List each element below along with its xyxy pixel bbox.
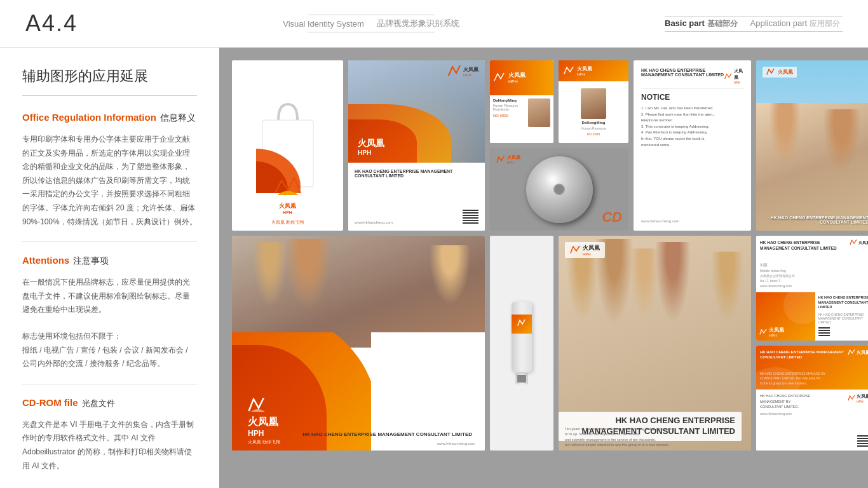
section-cdrom: CD-ROM file 光盘文件 光盘文件是本 VI 手册电子文件的集合，内含手… <box>22 397 197 473</box>
card2-website: www.hkhaocheng.com <box>760 412 831 416</box>
divider-2 <box>22 384 197 384</box>
pres-website: www.hkhaocheng.com <box>437 442 475 445</box>
header-title-cn: 品牌视觉形象识别系统 <box>377 18 459 29</box>
card2-qr <box>857 434 868 447</box>
letter-title: NOTICE <box>641 93 743 102</box>
showcase-grid: 火凤凰 HPH 火凤凰 助你飞翔 火凤凰 HP <box>232 60 855 475</box>
photo-logo-icon <box>766 69 775 76</box>
main-content: 辅助图形的应用延展 Office Regulation Information … <box>0 48 868 488</box>
brochure-top-en: HPH <box>463 73 478 77</box>
nav-basic: Basic part 基础部分 <box>665 18 738 29</box>
idcard-logo-icon <box>494 73 505 82</box>
section1-title-en: Office Regulation Information <box>22 112 156 123</box>
pres-brand-en: HPH <box>248 429 278 438</box>
section-attentions: Attentions 注意事项 在一般情况下使用品牌标志，应尽量使用提供的光盘电… <box>22 255 197 371</box>
page-id: A4.4 <box>25 10 78 37</box>
section3-body: 光盘文件是本 VI 手册电子文件的集合，内含手册制作时的专用软件格式文件。其中 … <box>22 418 197 473</box>
section2-body1: 在一般情况下使用品牌标志，应尽量使用提供的光盘电子文件，不建议使用标准制图绘制标… <box>22 276 197 317</box>
brochure-top-cn: 火凤凰 <box>463 66 478 73</box>
section1-body: 专用印刷字体和专用办公字体主要应用于企业文献的正文及实务用品，所选定的字体用以实… <box>22 133 197 229</box>
card2-logo-icon <box>848 349 855 356</box>
section2-body2: 标志使用环境包括但不限于： 报纸 / 电视广告 / 宣传 / 包装 / 会议 /… <box>22 330 197 371</box>
group-description: Ten years of, the investment of time, ma… <box>565 426 674 447</box>
card2-company-top: HK HAO CHENG ENTERPRISE MANAGEMENT CONSU… <box>760 349 848 360</box>
letter-logo-icon <box>724 72 731 81</box>
pres-tagline: 火凤凰 助你飞翔 <box>248 439 280 445</box>
pres-brand-cn: 火凤凰 <box>248 416 278 429</box>
card-top-website: www.hkhaocheng.com <box>760 284 868 288</box>
group-brand-cn: 火凤凰 <box>583 244 600 252</box>
idcard-brand-en: HPH <box>508 79 526 84</box>
section2-title-cn: 注意事项 <box>73 255 109 267</box>
brochure-website: www.hkhaocheng.com <box>355 220 393 224</box>
item-idcard: 火凤凰 HPH DaHongMing Human Resource Practi… <box>490 60 553 143</box>
bag-tagline: 火凤凰 助你飞翔 <box>271 219 304 226</box>
badge-brand-en: HPH <box>577 72 592 76</box>
pres-company: HK HAO CHENG ENTERPRISE MANAGEMENT CONSU… <box>302 431 472 438</box>
card-top-company2: 火凤凰企业管理有限公司 <box>760 274 868 278</box>
badge-title: Human Resource <box>581 126 606 130</box>
badge-name: DaHongMing <box>582 121 606 125</box>
item-letter: HK HAO CHENG ENTERPRISE MANAGEMENT CONSU… <box>634 60 751 231</box>
brochure-brand-en: HPH <box>358 149 384 156</box>
card2-right-logo-icon <box>848 395 855 402</box>
letter-body: 1. I am Ms. Hal. who has been transferre… <box>641 105 743 148</box>
header-left: A4.4 <box>25 10 78 37</box>
group-logo-icon <box>570 246 580 254</box>
bag-brand-en: HPH <box>272 210 304 215</box>
item-right-card-bottom: HK HAO CHENG ENTERPRISE MANAGEMENT CONSU… <box>756 346 868 451</box>
card-bot-brand-en: HPH <box>769 334 784 337</box>
pres-logo-icon <box>248 398 267 413</box>
section2-title-en: Attentions <box>22 255 69 266</box>
divider-1 <box>22 241 197 242</box>
item-group-photo: 火凤凰 HPH HK HAO CHENG ENTERPRISE MANAGEME… <box>559 236 751 451</box>
card-bot-detail: HK HAO CHENG ENTERPRISEMANAGEMENT CONSUL… <box>818 313 869 324</box>
card2-right-brand-cn: 火凤凰 <box>857 393 868 400</box>
brochure-company: HK HAO CHENG ENTERPRISE MANAGEMENT CONSU… <box>355 169 478 178</box>
idcard-brand-cn: 火凤凰 <box>508 71 526 79</box>
group-brand-en: HPH <box>583 252 600 256</box>
card-top-person: 刘童 <box>760 263 868 268</box>
section3-title-cn: 光盘文件 <box>82 398 115 409</box>
item-cd: CD 火凤凰 HPH <box>490 148 628 231</box>
card-top-mobile: Mobile: testos frog <box>760 269 868 273</box>
cd-brand-cn: 火凤凰 <box>507 154 520 161</box>
letter-brand-en: HPH <box>734 81 743 85</box>
bag-logo-icon <box>272 177 304 200</box>
main-title: 辅助图形的应用延展 <box>22 67 197 96</box>
item-presentation: 火凤凰 HPH HK HAO CHENG ENTERPRISE MANAGEME… <box>232 236 485 451</box>
bag-brand-cn: 火凤凰 <box>272 202 304 210</box>
card-bot-brand-cn: 火凤凰 <box>769 327 784 334</box>
nav-application: Application part 应用部分 <box>750 18 840 29</box>
card-bot-logo-icon <box>759 329 767 336</box>
card-bot-qr <box>818 326 830 337</box>
badge-logo-icon <box>564 67 574 75</box>
item-usb <box>490 236 553 451</box>
cd-label: CD <box>602 209 622 226</box>
badge-no: NO.0009 <box>587 132 600 136</box>
card-bot-company: HK HAO CHENG ENTERPRISE MANAGEMENT CONSU… <box>818 295 869 310</box>
letter-brand-cn: 火凤凰 <box>734 68 743 81</box>
header-right: Basic part 基础部分 Application part 应用部分 <box>665 16 843 32</box>
item-right-card-top: HK HAO CHENG ENTERPRISE MANAGEMENT CONSU… <box>756 236 868 341</box>
letter-company: HK HAO CHENG ENTERPRISE MANAGEMENT CONSU… <box>641 68 724 77</box>
header-center: Visual Identity System 品牌视觉形象识别系统 <box>283 15 459 32</box>
usb-logo-icon <box>517 320 526 327</box>
card-top-brand-cn: 火凤凰 <box>858 240 868 246</box>
brochure-qr <box>463 208 478 224</box>
card-top-logo-icon <box>850 240 857 246</box>
cd-logo-icon <box>496 156 505 163</box>
brochure-brand-cn: 火凤凰 <box>358 138 384 149</box>
cd-brand-en: HPH <box>507 161 520 165</box>
item-shopping-bag: 火凤凰 HPH 火凤凰 助你飞翔 <box>232 60 343 231</box>
item-name-badge: 火凤凰 HPH DaHongMing Human Resource NO.000… <box>559 60 628 143</box>
letter-website: www.hkhaocheng.com <box>641 219 743 223</box>
badge-brand-cn: 火凤凰 <box>577 65 592 72</box>
card2-brand-cn: 火凤凰 <box>857 349 868 356</box>
item-photo-banner: 火凤凰 HK HAO CHENG ENTERPRISE MANAGEMENT C… <box>756 60 868 231</box>
card2-right-brand-en: HPH <box>857 400 868 403</box>
photo-company: HK HAO CHENG ENTERPRISE MANAGEMENT CONSU… <box>756 215 868 224</box>
page-header: A4.4 Visual Identity System 品牌视觉形象识别系统 B… <box>0 0 868 48</box>
section3-title-en: CD-ROM file <box>22 397 78 408</box>
card2-white-text: HK HAO CHENG ENTERPRISEMANAGEMENT BYCONS… <box>760 393 831 409</box>
